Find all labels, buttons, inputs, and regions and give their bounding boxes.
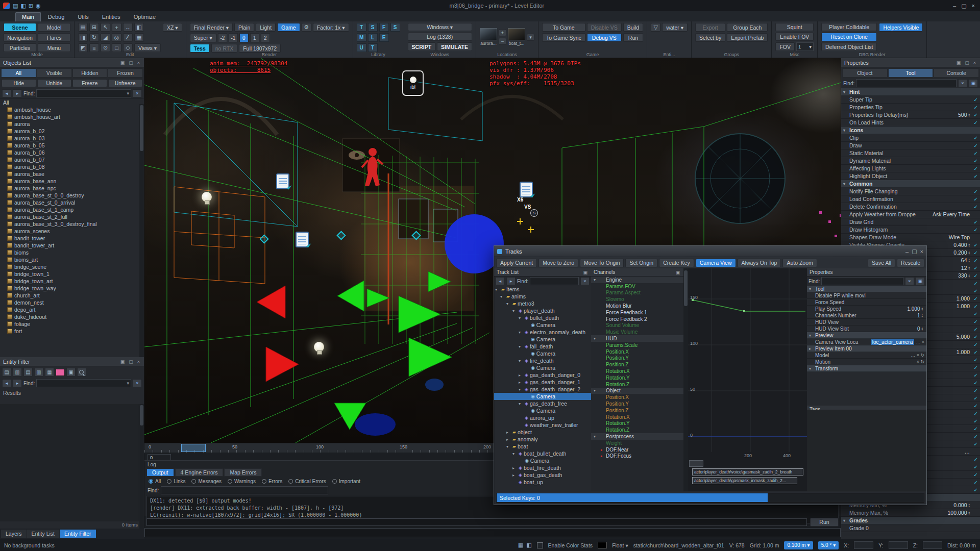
spinner-icon[interactable] (968, 258, 970, 262)
timeline-scrubber[interactable] (181, 444, 206, 452)
expand-icon[interactable]: ▾ (512, 452, 517, 456)
track-tree-item[interactable]: boat_up (494, 479, 591, 486)
spinner-icon[interactable] (921, 307, 923, 311)
library-window-tile[interactable]: E (379, 33, 389, 42)
track-tree-item[interactable]: ▾ fall_death (494, 343, 591, 350)
checkmark-icon[interactable]: ✓ (971, 166, 978, 171)
properties-tab[interactable]: Console (934, 68, 979, 78)
property-row[interactable]: Notify File Changing ✓ (841, 188, 980, 195)
edit-tool-icon[interactable]: ◇ (123, 43, 133, 52)
object-tree-item[interactable]: bioms_art (0, 256, 144, 263)
object-tree-item[interactable]: aurora_base_st_3_0_destroy_final (0, 220, 144, 228)
property-value[interactable]: loc_actor_camera (871, 339, 914, 345)
tess-toggle[interactable]: Tess (190, 44, 210, 53)
search-icon[interactable] (77, 368, 86, 377)
log-tab[interactable]: 4 Engine Errors (175, 468, 224, 477)
fov-value-spinner[interactable]: 1▾ (796, 42, 814, 51)
log-filter-radio[interactable]: Critical Errors (288, 479, 326, 484)
animation-clip-bar[interactable]: actor\player_death\voice\gasmask_zadih_2… (692, 468, 803, 475)
object-tree-item[interactable]: aurora_base_ann (0, 178, 144, 185)
property-row[interactable]: ▾ Grades (841, 517, 980, 524)
left-panel-tab[interactable]: Layers (1, 530, 27, 538)
close-icon[interactable]: × (972, 60, 977, 65)
note-clipboard-icon[interactable] (276, 173, 289, 189)
property-row[interactable]: Draw ✓ (841, 142, 980, 149)
property-row[interactable]: ▾ Icons (841, 127, 980, 134)
log-filter-radio[interactable]: Warnings (228, 479, 256, 484)
note-clipboard-icon[interactable] (296, 232, 309, 247)
spinner-icon[interactable] (968, 251, 970, 255)
channel-row[interactable]: Force Feedback 2 (591, 316, 683, 322)
titlebar-icon[interactable]: ⊞ (29, 3, 33, 9)
object-tree-item[interactable]: aurora_b_02 (0, 128, 144, 135)
property-row[interactable]: Super Tip ✓ (841, 96, 980, 104)
tracks-property-row[interactable]: HUD View (807, 319, 926, 325)
object-tree-item[interactable]: aurora_base_st_2_full (0, 213, 144, 220)
checkmark-icon[interactable]: ✓ (971, 151, 978, 156)
objects-root-item[interactable]: All (0, 98, 144, 106)
tracks-property-row[interactable]: Play Speed 1.000 (807, 306, 926, 312)
channel-row[interactable]: Rotation.Z (591, 381, 683, 388)
property-row[interactable]: Affecting Lights ✓ (841, 165, 980, 172)
edit-tool-icon[interactable]: ↖ (101, 23, 110, 32)
expand-icon[interactable]: ▸ (512, 466, 517, 470)
mode-button[interactable]: Menu (38, 43, 70, 52)
game-button[interactable]: Run (623, 33, 643, 42)
property-value[interactable]: 0.200 (953, 249, 967, 256)
object-tree-item[interactable]: aurora_b_08 (0, 163, 144, 170)
edit-tool-icon[interactable]: ▦ (134, 33, 144, 42)
float-icon[interactable]: ▢ (128, 359, 134, 364)
statusbar-icon[interactable]: ▦ (518, 542, 523, 548)
expand-icon[interactable]: ▸ (512, 473, 517, 478)
track-tree-item[interactable]: Camera (494, 321, 591, 329)
titlebar-icon[interactable]: ▤ (13, 3, 18, 9)
checkmark-icon[interactable]: ✓ (971, 288, 978, 294)
property-row[interactable]: Load Confirmation ✓ (841, 195, 980, 203)
render-exposure-step[interactable]: -2 (218, 33, 227, 42)
object-tree-item[interactable]: aurora_b_06 (0, 149, 144, 156)
close-icon[interactable]: × (972, 3, 975, 9)
menu-tab[interactable]: Debug (42, 13, 70, 21)
expand-icon[interactable]: ▾ (512, 309, 517, 313)
game-button[interactable]: Debug VS (587, 33, 622, 42)
channel-row[interactable]: ▾ HUD (591, 335, 683, 342)
checkmark-icon[interactable]: ✓ (971, 487, 978, 493)
groups-button[interactable]: Group Each (727, 23, 768, 32)
mode-button[interactable]: Flares (38, 33, 70, 42)
track-tree-item[interactable]: ▾ Items (494, 286, 591, 293)
log-filter-radio[interactable]: Important (332, 479, 360, 484)
objects-filter-tab[interactable]: Hidden (72, 68, 108, 78)
entity-filter-search-input[interactable]: ▾ (36, 379, 131, 387)
curve-editor[interactable]: 150100500 200400 actor\player_death\voic… (688, 268, 807, 491)
add-location-icon[interactable]: + (499, 29, 506, 36)
render-light-button[interactable]: Light (256, 23, 276, 32)
channel-row[interactable]: Slowmo (591, 296, 683, 303)
tracks-toolbar-button[interactable]: Apply Current (496, 259, 537, 267)
track-tree-item[interactable]: ▾ boat (494, 443, 591, 450)
checkmark-icon[interactable]: ✓ (971, 196, 978, 202)
channel-row[interactable]: Rotation.Z (591, 427, 683, 433)
location-thumbnail[interactable]: aurora... (480, 28, 497, 46)
library-window-tile[interactable]: S (368, 23, 378, 32)
track-tree-item[interactable]: Camera (494, 364, 591, 371)
expand-icon[interactable]: ▾ (843, 128, 848, 133)
track-tree-item[interactable]: Camera (494, 336, 591, 343)
expand-icon[interactable]: ▾ (519, 359, 523, 363)
checkmark-icon[interactable]: ✓ (971, 418, 978, 424)
property-value[interactable]: 0 (917, 326, 920, 332)
checkmark-icon[interactable]: ✓ (971, 143, 978, 148)
locations-dropdown-icon[interactable]: ▾ (527, 34, 534, 41)
checkmark-icon[interactable]: ✓ (971, 334, 978, 340)
log-filter-radio[interactable]: Errors (262, 479, 282, 484)
track-tree-item[interactable]: Camera (494, 457, 591, 464)
edit-tool-icon[interactable]: + (112, 23, 121, 32)
expand-icon[interactable]: ▸ (809, 346, 814, 351)
channel-row[interactable]: ▾ Object (591, 388, 683, 394)
float-mode-dropdown[interactable]: Float ▾ (612, 542, 628, 548)
objects-action-button[interactable]: Unhide (37, 79, 72, 87)
minimize-icon[interactable]: – (953, 3, 956, 9)
dock-icon[interactable]: ▣ (119, 60, 126, 65)
object-tree-item[interactable]: duke_hideout (0, 313, 144, 320)
xz-axis-button[interactable]: XZ ▾ (163, 23, 182, 32)
move-snap-dropdown[interactable]: 0.100 m▾ (784, 541, 813, 549)
